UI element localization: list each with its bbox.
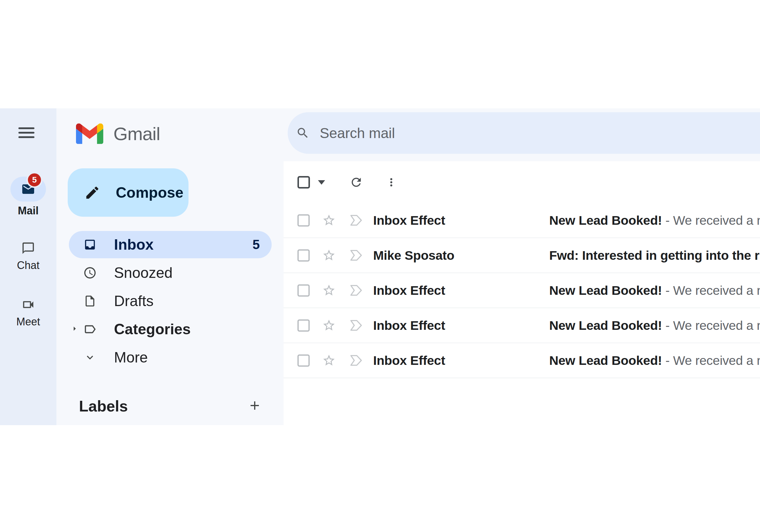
search-bar[interactable] [288,112,760,154]
rail-mail-label: Mail [0,205,56,217]
sidebar-categories-label: Categories [114,321,191,338]
mail-active-pill: 5 [10,177,46,202]
clock-icon [83,266,97,280]
gmail-wordmark: Gmail [114,123,160,144]
refresh-button[interactable] [350,175,363,189]
app-rail: 5 Mail Chat Meet [0,108,56,425]
importance-marker-icon[interactable] [350,284,363,296]
header [284,108,760,161]
email-sender: Inbox Effect [373,318,549,333]
star-icon[interactable] [322,354,336,367]
email-row[interactable]: Inbox Effect New Lead Booked! - We recei… [284,343,760,378]
sidebar-item-inbox[interactable]: Inbox 5 [69,231,272,258]
expand-arrow-icon[interactable] [70,323,79,335]
sidebar-drafts-label: Drafts [114,292,154,310]
more-options-button[interactable] [385,176,398,188]
gmail-logo[interactable]: Gmail [76,121,160,146]
email-row[interactable]: Inbox Effect New Lead Booked! - We recei… [284,273,760,308]
meet-icon [0,297,56,313]
rail-item-chat[interactable]: Chat [0,240,56,272]
select-dropdown-icon[interactable] [318,180,325,188]
hamburger-icon [19,127,34,129]
inbox-icon [83,238,97,251]
search-input[interactable] [319,125,760,142]
list-toolbar [284,161,760,203]
plus-icon [248,398,262,413]
rail-item-mail[interactable]: 5 Mail [0,177,56,217]
email-subject: Fwd: Interested in getting into the r [549,248,760,263]
sidebar-more-label: More [114,349,148,366]
email-subject: New Lead Booked! - We received a n [549,353,760,368]
gmail-m-icon [76,123,103,144]
email-sender: Inbox Effect [373,353,549,368]
compose-label: Compose [116,184,183,201]
sidebar-snoozed-label: Snoozed [114,264,172,281]
sidebar: Gmail Compose Inbox 5 Snoozed Drafts Ca [56,108,284,425]
sidebar-item-more[interactable]: More [69,343,272,371]
rail-meet-label: Meet [0,315,56,328]
email-row[interactable]: Inbox Effect New Lead Booked! - We recei… [284,203,760,238]
star-icon[interactable] [322,249,336,262]
sidebar-item-snoozed[interactable]: Snoozed [69,259,272,287]
rail-chat-label: Chat [0,259,56,272]
email-row[interactable]: Inbox Effect New Lead Booked! - We recei… [284,308,760,343]
email-sender: Inbox Effect [373,213,549,228]
star-icon[interactable] [322,214,336,227]
email-subject: New Lead Booked! - We received a n [549,213,760,228]
chat-icon [0,240,56,256]
email-snippet: We received a n [673,353,760,367]
inbox-unread-count: 5 [253,237,260,252]
mail-unread-badge: 5 [26,172,42,188]
email-subject: New Lead Booked! - We received a n [549,318,760,333]
select-all-checkbox[interactable] [298,176,310,188]
row-checkbox[interactable] [298,284,309,297]
chevron-down-icon [83,351,97,364]
importance-marker-icon[interactable] [350,249,363,261]
search-icon[interactable] [296,126,309,140]
compose-button[interactable]: Compose [68,168,189,217]
main-menu-button[interactable] [19,127,34,139]
star-icon[interactable] [322,318,336,332]
create-label-button[interactable] [248,398,262,413]
row-checkbox[interactable] [298,249,309,262]
row-checkbox[interactable] [298,319,309,332]
sidebar-item-drafts[interactable]: Drafts [69,287,272,315]
email-snippet: We received a n [673,283,760,298]
importance-marker-icon[interactable] [350,214,363,226]
importance-marker-icon[interactable] [350,319,363,331]
email-sender: Mike Sposato [373,248,549,263]
labels-section-title: Labels [79,397,128,415]
sidebar-inbox-label: Inbox [114,236,154,253]
pencil-icon [84,185,100,201]
row-checkbox[interactable] [298,214,309,226]
email-snippet: We received a n [673,213,760,227]
importance-marker-icon[interactable] [350,355,363,366]
document-icon [83,295,97,308]
email-snippet: We received a n [673,318,760,332]
email-subject: New Lead Booked! - We received a n [549,283,760,298]
label-tag-icon [83,322,97,336]
mail-list-panel: Inbox Effect New Lead Booked! - We recei… [284,161,760,532]
email-row[interactable]: Mike Sposato Fwd: Interested in getting … [284,238,760,273]
star-icon[interactable] [322,283,336,297]
email-sender: Inbox Effect [373,283,549,298]
sidebar-item-categories[interactable]: Categories [69,315,272,343]
row-checkbox[interactable] [298,355,309,367]
rail-item-meet[interactable]: Meet [0,297,56,328]
